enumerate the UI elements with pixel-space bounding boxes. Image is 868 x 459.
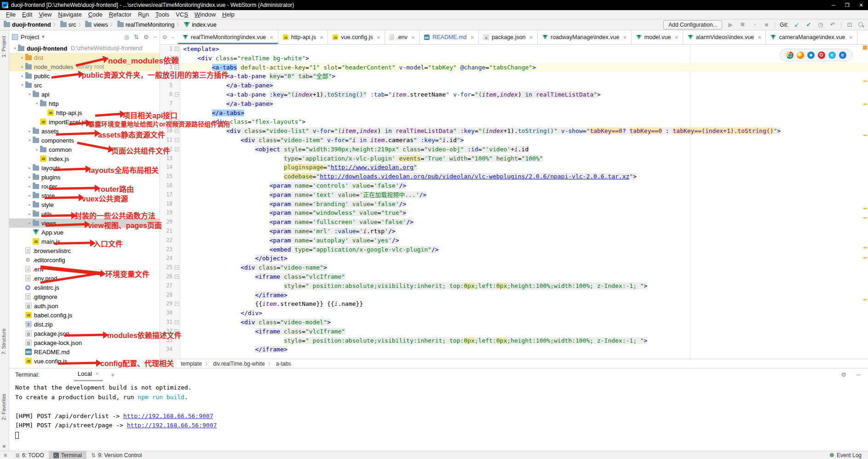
terminal-settings-icon[interactable]: ⚙	[841, 371, 846, 378]
code-line-6[interactable]: <a-tab-pane :key="(index+1).toString()" …	[181, 90, 868, 99]
tree-item--env[interactable]: .env	[9, 264, 160, 274]
warning-tick[interactable]	[863, 80, 867, 82]
menu-item-navigate[interactable]: Navigate	[55, 11, 85, 18]
tree-item-dist-zip[interactable]: Zdist.zip	[9, 320, 160, 329]
code-editor[interactable]: <template><div class="realTime bg-white"…	[181, 45, 868, 359]
editor-tab-alarmvideos-index-vue[interactable]: alarmVideos\index.vue✕	[683, 30, 766, 44]
add-configuration-button[interactable]: Add Configuration...	[663, 20, 722, 29]
code-line-29[interactable]: {{item.streetName}} {{i.name}}	[181, 299, 868, 309]
locate-file-icon[interactable]: ◎	[124, 34, 129, 40]
code-line-21[interactable]: <param name='mrl' :value='i.rtsp'/>	[181, 227, 868, 236]
code-line-24[interactable]: </object>	[181, 254, 868, 263]
fold-marker-icon[interactable]: −	[175, 320, 179, 324]
code-line-17[interactable]: <param name='text' value='正在加载视频中...'/>	[181, 190, 868, 200]
warning-tick[interactable]	[863, 299, 867, 300]
chevron-expanded-icon[interactable]: ▾	[34, 101, 40, 106]
close-icon[interactable]: ✕	[320, 35, 323, 40]
fold-marker-icon[interactable]: −	[175, 265, 179, 270]
tree-item-app-vue[interactable]: App.vue	[9, 228, 160, 237]
tree-item--gitignore[interactable]: .gitignore	[9, 292, 160, 301]
tree-item-vue-config-js[interactable]: JSvue.config.js	[9, 356, 160, 366]
code-line-5[interactable]: </a-tab-pane>	[181, 81, 868, 90]
debug-icon[interactable]	[739, 21, 746, 29]
menu-item-help[interactable]: Help	[219, 11, 238, 18]
code-line-19[interactable]: <param name="windowless" value="true">	[181, 208, 868, 218]
fold-marker-icon[interactable]: −	[175, 56, 179, 60]
close-icon[interactable]: ✕	[529, 35, 533, 40]
status-9-version-control[interactable]: ⇅9: Version Control	[86, 451, 146, 459]
warning-tick[interactable]	[863, 208, 867, 209]
status-6-todo[interactable]: ≣6: TODO	[11, 451, 49, 459]
fold-marker-icon[interactable]: −	[175, 138, 179, 142]
tree-item-src[interactable]: ▾src	[9, 80, 160, 90]
inspection-indicator-icon[interactable]	[863, 46, 867, 50]
fold-marker-icon[interactable]: −	[175, 74, 179, 78]
code-line-32[interactable]: <iframe class="vlcIframe"	[181, 327, 868, 336]
minimize-button[interactable]: ─	[827, 0, 840, 10]
close-button[interactable]: ✕	[854, 0, 868, 10]
tree-item-plugins[interactable]: ▸plugins	[9, 172, 160, 182]
tree-item-store[interactable]: ▸store	[9, 191, 160, 200]
run-icon[interactable]: ▶	[727, 21, 734, 28]
tree-item-babel-config-js[interactable]: JSbabel.config.js	[9, 310, 160, 320]
fold-marker-icon[interactable]: −	[175, 65, 179, 69]
tree-item-duoji-frontend[interactable]: ▾duoji-frontendD:\zheheWeb\duoji-fronten…	[9, 44, 160, 53]
code-line-2[interactable]: <div class="realTime bg-white">	[181, 54, 868, 63]
warning-tick[interactable]	[863, 257, 867, 258]
editor-tab-vue-config-js[interactable]: JSvue.config.js✕	[328, 30, 385, 44]
code-line-22[interactable]: <param name='autoplay' value='yes'/>	[181, 236, 868, 245]
menu-item-run[interactable]: Run	[135, 11, 152, 18]
coverage-icon[interactable]: ◔	[751, 21, 758, 28]
editor-breadcrumb-item[interactable]: div.realTime.bg-white	[213, 361, 265, 367]
tree-item-utils[interactable]: ▸utils	[9, 209, 160, 218]
breadcrumb-item[interactable]: index.vue	[184, 22, 217, 28]
editor-tab-roadwaymanage-index-vue[interactable]: roadwayManage\index.vue✕	[538, 30, 632, 44]
run-anything-icon[interactable]: ⊡	[846, 21, 853, 28]
new-terminal-button[interactable]: +	[111, 371, 115, 379]
history-icon[interactable]: ◷	[817, 21, 824, 28]
fold-marker-icon[interactable]: −	[175, 302, 179, 306]
chevron-collapsed-icon[interactable]: ▸	[34, 147, 40, 152]
fold-marker-icon[interactable]: −	[175, 92, 179, 97]
tree-item-api[interactable]: ▾api	[9, 90, 160, 99]
tree-item--eslintrc-js[interactable]: .eslintrc.js	[9, 283, 160, 292]
chevron-collapsed-icon[interactable]: ▸	[19, 74, 25, 78]
terminal-hide-icon[interactable]: ─	[857, 371, 861, 378]
fold-marker-icon[interactable]: −	[175, 120, 179, 124]
chrome-browser-icon[interactable]	[786, 52, 793, 59]
git-update-icon[interactable]: ↙	[793, 21, 800, 28]
tree-item-router[interactable]: ▸router	[9, 182, 160, 191]
code-line-4[interactable]: <a-tab-pane key="0" tab="全部">	[181, 72, 868, 81]
editor-tab-cameramanage-index-vue[interactable]: cameraManage\index.vue✕	[766, 30, 857, 44]
menu-item-edit[interactable]: Edit	[19, 11, 35, 18]
tree-item-package-json[interactable]: {}package.json	[9, 329, 160, 338]
tree-item-http-api-js[interactable]: JShttp-api.js	[9, 108, 160, 117]
close-icon[interactable]: ✕	[377, 35, 380, 40]
stop-icon[interactable]: ■	[763, 21, 770, 28]
code-line-11[interactable]: <div class="video-item" v-for="i in item…	[181, 136, 868, 145]
tree-item-readme-md[interactable]: MDREADME.md	[9, 347, 160, 356]
code-line-25[interactable]: <div class="video-name">	[181, 263, 868, 272]
breadcrumb-item[interactable]: realTimeMonitoring	[117, 22, 175, 28]
warning-tick[interactable]	[863, 103, 867, 105]
menu-item-file[interactable]: File	[3, 11, 19, 18]
tree-item--browserslistrc[interactable]: .browserslistrc	[9, 246, 160, 255]
status-menu-icon[interactable]: ≡	[0, 452, 11, 459]
code-line-16[interactable]: <param name='controls' value='false'/>	[181, 181, 868, 190]
fold-marker-icon[interactable]: −	[175, 275, 179, 279]
chevron-collapsed-icon[interactable]: ▸	[27, 221, 33, 225]
settings-gear-icon[interactable]: ⚙	[144, 34, 149, 40]
code-line-20[interactable]: <param name='fullscreen' value='false'/>	[181, 218, 868, 227]
warning-tick[interactable]	[863, 135, 867, 136]
code-line-30[interactable]: </div>	[181, 309, 868, 318]
close-icon[interactable]: ✕	[758, 35, 761, 40]
warning-tick[interactable]	[863, 247, 867, 248]
tree-item-main-js[interactable]: JSmain.js	[9, 237, 160, 246]
tree-item-package-lock-json[interactable]: {}package-lock.json	[9, 338, 160, 347]
menu-item-code[interactable]: Code	[85, 11, 106, 18]
terminal-link[interactable]: http://192.168.66.56:9007	[127, 422, 217, 429]
code-line-7[interactable]: </a-tab-pane>	[181, 99, 868, 109]
git-commit-icon[interactable]: ✔	[805, 21, 812, 28]
fold-marker-icon[interactable]: −	[175, 47, 179, 51]
chevron-collapsed-icon[interactable]: ▸	[19, 55, 25, 60]
